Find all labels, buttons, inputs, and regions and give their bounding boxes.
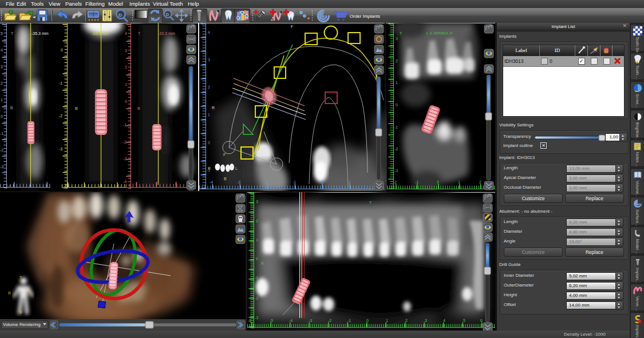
svg-text:1: 1 bbox=[396, 81, 398, 85]
svg-text:-3: -3 bbox=[394, 169, 398, 173]
svg-text:-2: -2 bbox=[264, 180, 268, 184]
svg-text:4: 4 bbox=[1, 48, 3, 52]
svg-text:D: D bbox=[166, 13, 169, 17]
svg-text:T: T bbox=[400, 31, 402, 35]
svg-text:B: B bbox=[75, 106, 78, 110]
svg-text:2: 2 bbox=[1, 81, 3, 85]
svg-text:-4: -4 bbox=[289, 319, 293, 323]
svg-text:Volume Rendering: Volume Rendering bbox=[3, 322, 41, 327]
svg-text:D: D bbox=[118, 13, 122, 18]
svg-text:2: 2 bbox=[208, 85, 210, 89]
svg-text:0: 0 bbox=[61, 48, 63, 52]
svg-text:-3: -3 bbox=[123, 157, 127, 161]
svg-text:-1: -1 bbox=[123, 123, 127, 127]
svg-text:-6: -6 bbox=[248, 319, 251, 323]
svg-text:6: 6 bbox=[480, 319, 483, 323]
svg-text:2: 2 bbox=[256, 219, 258, 223]
svg-text:1: 1 bbox=[208, 113, 210, 117]
svg-text:T: T bbox=[11, 31, 14, 35]
svg-text:R: R bbox=[261, 261, 264, 265]
svg-text:-1: -1 bbox=[347, 319, 351, 323]
svg-text:-3: -3 bbox=[59, 147, 62, 151]
svg-text:3: 3 bbox=[1, 65, 3, 69]
svg-text:0: 0 bbox=[208, 141, 210, 145]
svg-text:-35.3 mm: -35.3 mm bbox=[92, 31, 109, 35]
svg-text:-35.3 mm: -35.3 mm bbox=[31, 31, 49, 35]
svg-text:3: 3 bbox=[125, 49, 127, 53]
svg-text:-2: -2 bbox=[328, 319, 331, 323]
svg-text:-1: -1 bbox=[415, 180, 418, 184]
svg-text:2: 2 bbox=[125, 65, 127, 69]
svg-text:-1: -1 bbox=[293, 180, 296, 184]
svg-text:L: L bbox=[30, 289, 32, 293]
svg-text:5: 5 bbox=[1, 31, 3, 35]
svg-text:2: 2 bbox=[479, 180, 481, 184]
svg-text:-2: -2 bbox=[123, 140, 127, 144]
svg-text:4: 4 bbox=[208, 30, 210, 34]
svg-text:5: 5 bbox=[463, 319, 465, 323]
svg-text:R: R bbox=[8, 291, 11, 295]
svg-text:1: 1 bbox=[458, 180, 460, 184]
svg-text:2: 2 bbox=[396, 59, 398, 63]
svg-text:B: B bbox=[19, 310, 22, 314]
svg-text:0: 0 bbox=[125, 100, 127, 104]
svg-text:3: 3 bbox=[256, 200, 258, 204]
svg-text:0: 0 bbox=[256, 257, 258, 261]
svg-text:T: T bbox=[19, 276, 22, 280]
svg-text:-2: -2 bbox=[394, 147, 398, 151]
svg-text:4: 4 bbox=[443, 319, 445, 323]
svg-text:4: 4 bbox=[125, 31, 127, 35]
svg-text:1: 1 bbox=[349, 180, 351, 184]
svg-text:T: T bbox=[138, 31, 141, 35]
svg-text:-4: -4 bbox=[210, 180, 213, 184]
svg-text:0: 0 bbox=[321, 180, 323, 184]
svg-text:0: 0 bbox=[396, 103, 398, 107]
svg-text:-5: -5 bbox=[270, 319, 273, 323]
svg-text:1: 1 bbox=[1, 98, 3, 102]
svg-text:-1: -1 bbox=[394, 125, 398, 129]
svg-text:F: F bbox=[223, 153, 226, 157]
svg-text:3: 3 bbox=[425, 319, 427, 323]
svg-text:B: B bbox=[137, 106, 140, 110]
svg-text:L: L bbox=[235, 166, 238, 170]
svg-text:-3: -3 bbox=[309, 319, 312, 323]
svg-text:1, 0, IDH3013, 0°: 1, 0, IDH3013, 0° bbox=[426, 31, 453, 35]
svg-text:B: B bbox=[10, 106, 13, 110]
svg-text:-2: -2 bbox=[0, 148, 3, 152]
svg-text:1: 1 bbox=[386, 319, 388, 323]
svg-text:-3: -3 bbox=[237, 180, 240, 184]
svg-text:0: 0 bbox=[437, 180, 439, 184]
svg-text:1: 1 bbox=[256, 238, 258, 242]
svg-text:3: 3 bbox=[208, 58, 210, 62]
svg-text:3: 3 bbox=[396, 37, 398, 41]
svg-text:-1: -1 bbox=[255, 276, 258, 280]
svg-text:F: F bbox=[25, 287, 27, 291]
svg-text:-1: -1 bbox=[207, 168, 210, 172]
svg-text:T: T bbox=[369, 201, 372, 205]
svg-text:0: 0 bbox=[1, 114, 3, 118]
svg-text:R: R bbox=[212, 106, 215, 110]
svg-text:-33.3 mm: -33.3 mm bbox=[158, 31, 175, 35]
svg-text:-3: -3 bbox=[0, 165, 3, 169]
svg-text:-3: -3 bbox=[255, 316, 258, 320]
svg-text:0: 0 bbox=[366, 319, 369, 323]
svg-text:F: F bbox=[291, 25, 293, 29]
svg-text:-4: -4 bbox=[123, 180, 127, 184]
svg-text:2: 2 bbox=[405, 319, 408, 323]
svg-text:-2: -2 bbox=[59, 114, 62, 118]
svg-text:1: 1 bbox=[125, 82, 127, 86]
svg-text:-2: -2 bbox=[393, 180, 397, 184]
svg-text:-1: -1 bbox=[59, 81, 62, 85]
svg-text:-1: -1 bbox=[0, 132, 3, 136]
svg-text:B: B bbox=[224, 177, 227, 181]
svg-text:-2: -2 bbox=[255, 296, 258, 300]
